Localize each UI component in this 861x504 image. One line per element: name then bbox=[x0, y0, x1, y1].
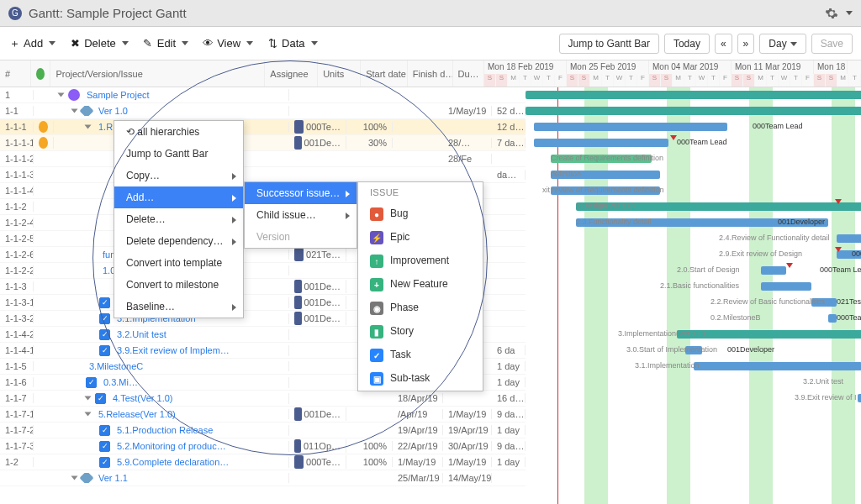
disclosure-icon[interactable] bbox=[58, 93, 65, 97]
disclosure-icon[interactable] bbox=[71, 109, 78, 113]
gantt-bar[interactable] bbox=[526, 91, 861, 99]
row-duration[interactable]: 7 da… bbox=[492, 138, 526, 148]
jump-to-bar-button[interactable]: Jump to Gantt Bar bbox=[559, 34, 659, 54]
row-finish[interactable]: 1/May/19 bbox=[443, 409, 492, 419]
row-finish[interactable]: 1/May/19 bbox=[443, 457, 492, 467]
table-row[interactable]: 1-1-7-3✓5.2.Monitoring of produc…011Op…1… bbox=[0, 438, 526, 454]
issuetype-story[interactable]: ▮Story bbox=[358, 320, 483, 344]
row-finish[interactable]: 19/Apr/19 bbox=[443, 425, 492, 435]
row-issue[interactable]: ✓5.9.Complete declaration… bbox=[54, 457, 289, 468]
edit-button[interactable]: ✎Edit bbox=[142, 37, 188, 50]
disclosure-icon[interactable] bbox=[85, 125, 92, 129]
col-units[interactable]: Units bbox=[318, 60, 361, 87]
row-units[interactable]: 100% bbox=[346, 122, 393, 132]
data-button[interactable]: ⇅Data bbox=[267, 37, 317, 50]
row-assignee[interactable]: 001De… bbox=[289, 280, 346, 293]
row-duration[interactable]: 1 day bbox=[492, 425, 526, 435]
disclosure-icon[interactable] bbox=[71, 476, 78, 480]
gantt-pane[interactable]: 1.0_1tionCreate of Requirements definiti… bbox=[526, 87, 861, 504]
row-finish[interactable]: 14/May/19 bbox=[443, 473, 492, 483]
gantt-bar[interactable] bbox=[534, 139, 668, 147]
row-assignee[interactable]: 011Op… bbox=[289, 439, 346, 453]
view-button[interactable]: 👁View bbox=[202, 37, 253, 50]
table-row[interactable]: Ver 1.125/Mar/1914/May/19 bbox=[0, 470, 526, 486]
gantt-bar[interactable] bbox=[858, 394, 861, 402]
table-row[interactable]: 1-2✓5.9.Complete declaration…000Te…100%1… bbox=[0, 454, 526, 470]
scale-dropdown[interactable]: Day bbox=[759, 34, 806, 54]
row-duration[interactable]: da… bbox=[492, 170, 526, 180]
row-issue[interactable]: ✓0.3.Mi… bbox=[54, 377, 289, 388]
gantt-bar[interactable] bbox=[828, 314, 837, 323]
row-issue[interactable]: ✓3.2.Unit test bbox=[54, 329, 289, 340]
issuetype-task[interactable]: ✓Task bbox=[358, 344, 483, 367]
row-duration[interactable]: 16 d… bbox=[492, 393, 526, 403]
table-row[interactable]: 1-1-7-2✓5.1.Production Release19/Apr/191… bbox=[0, 423, 526, 438]
context-menu-row[interactable]: ⟲ all hierarchiesJump to Gantt BarCopy…A… bbox=[114, 120, 244, 318]
table-row[interactable]: 1-1-1-228/Fe bbox=[0, 151, 526, 167]
table-row[interactable]: 1Sample Project bbox=[0, 87, 526, 103]
issuetype-phase[interactable]: ◉Phase bbox=[358, 297, 483, 320]
row-assignee[interactable]: 001De… bbox=[289, 407, 346, 421]
row-issue[interactable]: ✓4.Test(Ver 1.0) bbox=[54, 393, 289, 404]
col-assignee[interactable]: Assignee bbox=[265, 60, 318, 87]
disclosure-icon[interactable] bbox=[85, 412, 92, 417]
ctx-delete-dep[interactable]: Delete dependency… bbox=[114, 230, 243, 252]
ctx-child[interactable]: Child issue… bbox=[245, 204, 357, 226]
row-start[interactable]: 22/Apr/19 bbox=[393, 441, 443, 451]
row-issue[interactable]: Sample Project bbox=[54, 89, 289, 101]
row-duration[interactable]: 1 day bbox=[492, 377, 526, 387]
add-button[interactable]: ＋Add bbox=[8, 37, 55, 50]
row-duration[interactable]: 52 d… bbox=[492, 106, 526, 116]
row-assignee[interactable]: 001De… bbox=[289, 136, 346, 150]
row-assignee[interactable]: 021Te… bbox=[289, 248, 346, 261]
row-issue[interactable]: ✓3.9.Exit review of Implem… bbox=[54, 345, 289, 356]
row-duration[interactable]: 1 day bbox=[492, 361, 526, 371]
disclosure-icon[interactable] bbox=[85, 396, 92, 401]
delete-button[interactable]: ✖Delete bbox=[69, 37, 129, 50]
issuetype-epic[interactable]: ⚡Epic bbox=[358, 226, 483, 249]
col-flag[interactable] bbox=[31, 60, 50, 87]
row-start[interactable]: 25/Mar/19 bbox=[393, 473, 443, 483]
row-issue[interactable]: 5.Release(Ver 1.0) bbox=[54, 409, 289, 419]
settings-caret-icon[interactable] bbox=[846, 11, 853, 15]
row-issue[interactable]: 3.MilestoneC bbox=[54, 361, 289, 371]
next-button[interactable]: » bbox=[737, 34, 755, 54]
table-row[interactable]: 1-1-1-1001De…30%28/…7 da… bbox=[0, 135, 526, 151]
ctx-delete[interactable]: Delete… bbox=[114, 208, 243, 230]
col-issue[interactable]: Project/Version/Issue bbox=[50, 60, 265, 87]
ctx-item[interactable]: ⟲ all hierarchies bbox=[114, 121, 243, 143]
row-start[interactable]: 18/Apr/19 bbox=[393, 393, 443, 403]
today-button[interactable]: Today bbox=[664, 34, 710, 54]
row-issue[interactable]: ✓5.1.Production Release bbox=[54, 425, 289, 436]
issuetype-improvement[interactable]: ↑Improvement bbox=[358, 249, 483, 273]
ctx-convert-template[interactable]: Convert into template bbox=[114, 252, 243, 274]
gantt-bar[interactable] bbox=[534, 123, 727, 131]
gantt-bar[interactable] bbox=[837, 234, 861, 243]
gantt-bar[interactable] bbox=[694, 362, 861, 370]
row-finish[interactable]: 30/Apr/19 bbox=[443, 441, 492, 451]
context-submenu-add[interactable]: Successor issue…Child issue…Version bbox=[244, 181, 357, 249]
gantt-bar[interactable] bbox=[761, 266, 786, 275]
row-units[interactable]: 100% bbox=[346, 457, 393, 467]
table-row[interactable]: 1-1-7-15.Release(Ver 1.0)001De…/Apr/191/… bbox=[0, 407, 526, 423]
row-duration[interactable]: 12 d… bbox=[492, 122, 526, 132]
row-issue[interactable]: ✓5.2.Monitoring of produc… bbox=[54, 441, 289, 452]
row-duration[interactable]: 9 da… bbox=[492, 441, 526, 451]
row-finish[interactable]: 28/Fe bbox=[443, 154, 492, 164]
issuetype-bug[interactable]: ●Bug bbox=[358, 202, 483, 226]
save-button[interactable]: Save bbox=[811, 34, 853, 54]
gear-icon[interactable] bbox=[825, 7, 838, 20]
ctx-add[interactable]: Add… bbox=[114, 186, 243, 208]
row-duration[interactable]: 9 da… bbox=[492, 409, 526, 419]
row-finish[interactable]: 28/… bbox=[443, 138, 492, 148]
col-duration[interactable]: Du… bbox=[453, 60, 484, 87]
ctx-copy[interactable]: Copy… bbox=[114, 165, 243, 186]
col-finish[interactable]: Finish d… bbox=[408, 60, 453, 87]
ctx-successor[interactable]: Successor issue… bbox=[245, 182, 357, 204]
row-start[interactable]: 1/May/19 bbox=[393, 457, 443, 467]
row-start[interactable]: 19/Apr/19 bbox=[393, 425, 443, 435]
col-start[interactable]: Start date bbox=[361, 60, 408, 87]
ctx-jump[interactable]: Jump to Gantt Bar bbox=[114, 143, 243, 165]
context-submenu-issuetype[interactable]: ISSUE●Bug⚡Epic↑Improvement+New Feature◉P… bbox=[357, 181, 483, 391]
ctx-baseline[interactable]: Baseline… bbox=[114, 296, 243, 318]
